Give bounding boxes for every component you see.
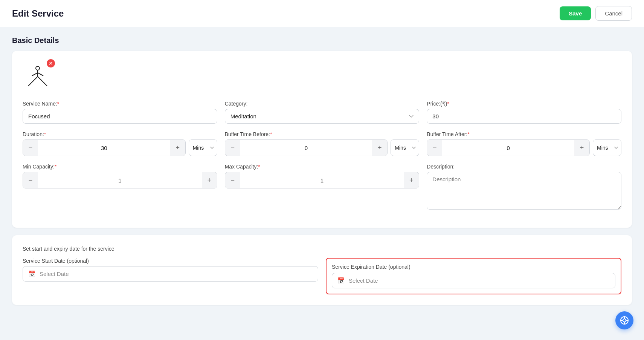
description-label: Description: — [427, 164, 621, 170]
duration-label: Duration:* — [23, 131, 217, 137]
duration-group: Duration:* − + Mins Hours — [23, 131, 217, 156]
duration-decrement-button[interactable]: − — [23, 140, 38, 156]
section-title: Basic Details — [12, 36, 632, 45]
max-capacity-decrement-button[interactable]: − — [225, 172, 240, 188]
main-content: Basic Details ✕ — [0, 27, 644, 322]
start-date-label: Service Start Date (optional) — [23, 258, 318, 264]
description-textarea[interactable] — [427, 172, 621, 210]
svg-line-2 — [32, 73, 38, 76]
max-capacity-increment-button[interactable]: + — [404, 172, 419, 188]
start-date-placeholder: Select Date — [40, 271, 69, 277]
price-label: Price:(₹)* — [427, 101, 621, 107]
min-capacity-label: Min Capacity:* — [23, 164, 217, 170]
buffer-before-stepper: − + — [225, 139, 388, 156]
category-select[interactable]: Meditation Yoga Fitness Wellness — [225, 109, 420, 124]
date-form-grid: Service Start Date (optional) 📅 Select D… — [23, 258, 621, 294]
expiry-date-highlighted-wrapper: Service Expiration Date (optional) 📅 Sel… — [326, 258, 621, 294]
duration-stepper-with-unit: − + Mins Hours — [23, 139, 217, 156]
save-button[interactable]: Save — [560, 6, 591, 20]
buffer-after-decrement-button[interactable]: − — [427, 140, 442, 156]
max-capacity-value[interactable] — [240, 177, 404, 184]
basic-details-card: ✕ Service Name:* Category: Meditation Yo… — [12, 51, 632, 228]
buffer-before-value[interactable] — [240, 145, 372, 151]
date-section-card: Set start and expiry date for the servic… — [12, 235, 632, 305]
buffer-after-unit-select[interactable]: Mins Hours — [593, 139, 621, 156]
category-label: Category: — [225, 101, 420, 107]
expiry-date-input[interactable]: 📅 Select Date — [332, 273, 615, 288]
form-row-2: Duration:* − + Mins Hours Buffer Ti — [23, 131, 621, 156]
buffer-after-group: Buffer Time After:* − + Mins Hours — [427, 131, 621, 156]
min-capacity-decrement-button[interactable]: − — [23, 172, 38, 188]
buffer-before-stepper-with-unit: − + Mins Hours — [225, 139, 420, 156]
category-group: Category: Meditation Yoga Fitness Wellne… — [225, 101, 420, 124]
header-actions: Save Cancel — [560, 6, 632, 21]
service-name-input[interactable] — [23, 109, 217, 124]
start-date-input[interactable]: 📅 Select Date — [23, 266, 318, 282]
buffer-after-increment-button[interactable]: + — [574, 140, 589, 156]
svg-line-3 — [38, 73, 43, 76]
duration-unit-select[interactable]: Mins Hours — [189, 139, 217, 156]
min-capacity-stepper: − + — [23, 172, 217, 188]
svg-line-5 — [38, 77, 43, 82]
page-header: Edit Service Save Cancel — [0, 0, 644, 27]
date-section-label: Set start and expiry date for the servic… — [23, 246, 621, 252]
expiry-date-label: Service Expiration Date (optional) — [332, 264, 615, 270]
max-capacity-stepper: − + — [225, 172, 420, 188]
svg-line-6 — [28, 82, 32, 86]
price-group: Price:(₹)* — [427, 101, 621, 124]
duration-stepper: − + — [23, 139, 186, 156]
service-name-label: Service Name:* — [23, 101, 217, 107]
buffer-after-label: Buffer Time After:* — [427, 131, 621, 137]
form-row-1: Service Name:* Category: Meditation Yoga… — [23, 101, 621, 124]
buffer-before-decrement-button[interactable]: − — [225, 140, 240, 156]
image-upload-area[interactable]: ✕ — [23, 61, 53, 92]
description-group: Description: — [427, 164, 621, 210]
duration-increment-button[interactable]: + — [170, 140, 185, 156]
buffer-before-increment-button[interactable]: + — [372, 140, 387, 156]
max-capacity-label: Max Capacity:* — [225, 164, 420, 170]
page-title: Edit Service — [12, 8, 64, 19]
service-name-group: Service Name:* — [23, 101, 217, 124]
buffer-after-value[interactable] — [442, 145, 574, 151]
buffer-after-stepper-with-unit: − + Mins Hours — [427, 139, 621, 156]
min-capacity-increment-button[interactable]: + — [202, 172, 217, 188]
cancel-button[interactable]: Cancel — [595, 6, 632, 21]
svg-point-0 — [36, 66, 40, 70]
price-input[interactable] — [427, 109, 621, 124]
svg-point-9 — [623, 319, 626, 322]
max-capacity-group: Max Capacity:* − + — [225, 164, 420, 210]
buffer-before-label: Buffer Time Before:* — [225, 131, 420, 137]
expiry-date-group: Service Expiration Date (optional) 📅 Sel… — [326, 258, 621, 294]
help-button[interactable] — [615, 311, 633, 329]
help-icon — [620, 316, 629, 325]
svg-line-7 — [43, 82, 47, 86]
calendar-icon-start: 📅 — [28, 270, 36, 277]
buffer-after-stepper: − + — [427, 139, 590, 156]
buffer-before-group: Buffer Time Before:* − + Mins Hours — [225, 131, 420, 156]
buffer-before-unit-select[interactable]: Mins Hours — [391, 139, 419, 156]
calendar-icon-expiry: 📅 — [337, 277, 345, 284]
min-capacity-group: Min Capacity:* − + — [23, 164, 217, 210]
svg-line-4 — [32, 77, 38, 82]
form-row-3: Min Capacity:* − + Max Capacity:* − + — [23, 164, 621, 210]
remove-image-button[interactable]: ✕ — [47, 59, 55, 67]
duration-value[interactable] — [38, 145, 170, 151]
min-capacity-value[interactable] — [38, 177, 202, 184]
start-date-group: Service Start Date (optional) 📅 Select D… — [23, 258, 318, 294]
expiry-date-placeholder: Select Date — [349, 277, 378, 284]
